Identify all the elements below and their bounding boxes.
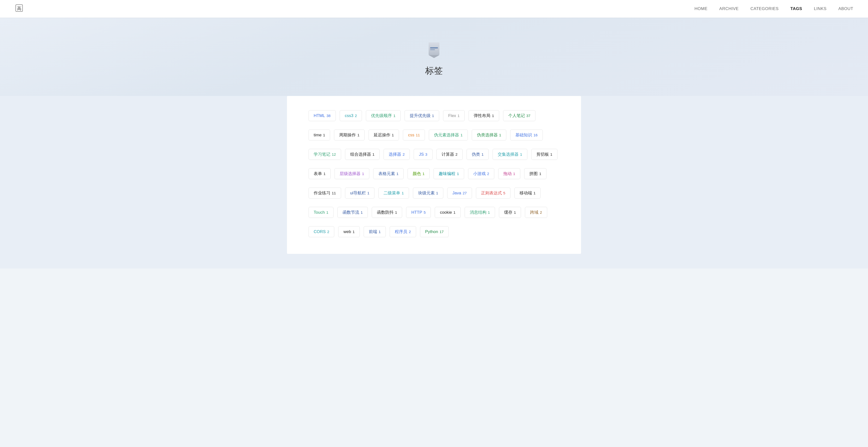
tag-item[interactable]: JS 3 [414, 149, 432, 160]
svg-rect-3 [429, 42, 439, 55]
tag-item[interactable]: css3 2 [340, 110, 362, 121]
tag-count: 27 [463, 191, 467, 195]
tag-item[interactable]: 层级选择器 1 [335, 168, 369, 179]
tag-item[interactable]: 趣味编程 1 [434, 168, 464, 179]
tag-item[interactable]: 正则表达式 5 [476, 187, 510, 199]
tag-name: css [408, 133, 414, 138]
tag-item[interactable]: 拼图 1 [524, 168, 546, 179]
tag-count: 37 [526, 113, 531, 118]
tag-count: 1 [520, 152, 522, 157]
tag-count: 1 [539, 172, 541, 176]
tag-name: Python [425, 229, 438, 234]
tag-item[interactable]: 程序员 2 [390, 226, 416, 237]
tag-count: 1 [379, 230, 380, 234]
tag-item[interactable]: 前端 1 [364, 226, 386, 237]
tag-name: 二级菜单 [383, 190, 400, 196]
tag-name: 缓存 [504, 210, 513, 215]
tag-name: 作业练习 [314, 190, 330, 196]
tag-count: 1 [492, 113, 494, 118]
tag-item[interactable]: 周期操作 1 [334, 130, 364, 140]
tag-name: HTML [314, 113, 325, 118]
tag-name: 函数节流 [343, 210, 359, 215]
nav-item-tags[interactable]: TAGS [790, 6, 802, 11]
hero-icon [427, 42, 441, 59]
tag-count: 1 [395, 210, 397, 214]
tag-item[interactable]: Python 17 [420, 226, 449, 237]
tag-name: 学习笔记 [314, 151, 330, 157]
nav-item-links[interactable]: LINKS [814, 6, 827, 11]
tag-item[interactable]: 颜色 1 [407, 168, 430, 179]
tag-item[interactable]: 基础知识 16 [510, 130, 543, 140]
tag-name: Java [453, 191, 461, 196]
tag-item[interactable]: 拖动 1 [498, 168, 520, 179]
tag-item[interactable]: 提升优先级 1 [405, 110, 439, 121]
tag-count: 2 [540, 210, 542, 214]
tag-item[interactable]: 跨域 2 [525, 207, 547, 218]
tag-item[interactable]: 计算器 2 [436, 149, 463, 160]
tag-count: 2 [409, 230, 411, 234]
tag-item[interactable]: 作业练习 11 [309, 187, 341, 199]
tag-item[interactable]: 个人笔记 37 [503, 110, 536, 121]
tag-count: 2 [456, 152, 458, 157]
tag-count: 1 [514, 210, 516, 214]
tag-count: 1 [513, 172, 515, 176]
tag-name: 伪类选择器 [477, 132, 498, 138]
tag-item[interactable]: 伪类 1 [467, 149, 489, 160]
tag-item[interactable]: CORS 2 [309, 226, 334, 237]
site-logo[interactable]: 高 [15, 4, 24, 14]
tag-item[interactable]: 移动端 1 [515, 187, 540, 199]
tag-item[interactable]: 弹性布局 1 [469, 110, 499, 121]
tag-item[interactable]: 块级元素 1 [413, 187, 443, 199]
nav-item-about[interactable]: ABOUT [838, 6, 853, 11]
tag-name: 优先级顺序 [371, 113, 392, 118]
tag-item[interactable]: 消息结构 1 [465, 207, 495, 218]
tag-item[interactable]: HTTP 5 [406, 207, 431, 218]
tag-item[interactable]: css 11 [403, 130, 425, 140]
tag-name: time [314, 133, 321, 138]
tag-name: 提升优先级 [410, 113, 431, 118]
tag-count: 1 [362, 172, 364, 176]
tag-count: 1 [461, 133, 462, 137]
tag-name: 表单 [314, 171, 322, 176]
tag-item[interactable]: 延迟操作 1 [369, 130, 399, 140]
nav-item-home[interactable]: HOME [694, 6, 708, 11]
tag-item[interactable]: Java 27 [447, 187, 472, 199]
tag-item[interactable]: 表单 1 [309, 168, 331, 179]
tag-item[interactable]: Flex 1 [443, 110, 465, 121]
tag-item[interactable]: 交集选择器 1 [493, 149, 527, 160]
nav-links: HOME ARCHIVE CATEGORIES TAGS LINKS ABOUT [694, 6, 853, 11]
tag-item[interactable]: 学习笔记 12 [309, 149, 341, 160]
tag-item[interactable]: time 1 [309, 130, 330, 140]
tag-item[interactable]: Touch 1 [309, 207, 334, 218]
tag-item[interactable]: 函数节流 1 [337, 207, 368, 218]
tag-item[interactable]: 剪切板 1 [531, 149, 558, 160]
tag-item[interactable]: HTML 38 [309, 110, 336, 121]
tag-name: 跨域 [530, 210, 538, 215]
tag-item[interactable]: 缓存 1 [499, 207, 521, 218]
tag-item[interactable]: 表格元素 1 [373, 168, 404, 179]
tag-name: 伪类 [472, 151, 480, 157]
tag-item[interactable]: 伪元素选择器 1 [429, 130, 468, 140]
navigation: 高 HOME ARCHIVE CATEGORIES TAGS LINKS ABO… [0, 0, 868, 18]
tag-item[interactable]: 组合选择器 1 [345, 149, 380, 160]
tag-count: 1 [361, 210, 363, 214]
tag-name: 消息结构 [470, 210, 487, 215]
svg-text:高: 高 [17, 6, 21, 11]
tag-item[interactable]: 函数防抖 1 [372, 207, 402, 218]
tag-count: 1 [367, 191, 369, 195]
tag-item[interactable]: 优先级顺序 1 [366, 110, 400, 121]
tag-item[interactable]: 二级菜单 1 [378, 187, 409, 199]
tags-container: HTML 38 css3 2 优先级顺序 1 提升优先级 1 Flex 1 弹性… [287, 96, 581, 254]
tag-item[interactable]: 选择器 2 [383, 149, 410, 160]
tag-count: 1 [357, 133, 359, 137]
tag-item[interactable]: cookie 1 [435, 207, 461, 218]
tag-name: 计算器 [442, 151, 454, 157]
tag-item[interactable]: web 1 [338, 226, 360, 237]
nav-item-archive[interactable]: ARCHIVE [719, 6, 739, 11]
tag-item[interactable]: 小游戏 2 [468, 168, 494, 179]
tag-item[interactable]: ul导航栏 1 [345, 187, 375, 199]
tag-count: 1 [372, 152, 374, 157]
tag-item[interactable]: 伪类选择器 1 [472, 130, 506, 140]
nav-item-categories[interactable]: CATEGORIES [750, 6, 779, 11]
tag-name: 选择器 [389, 151, 401, 157]
